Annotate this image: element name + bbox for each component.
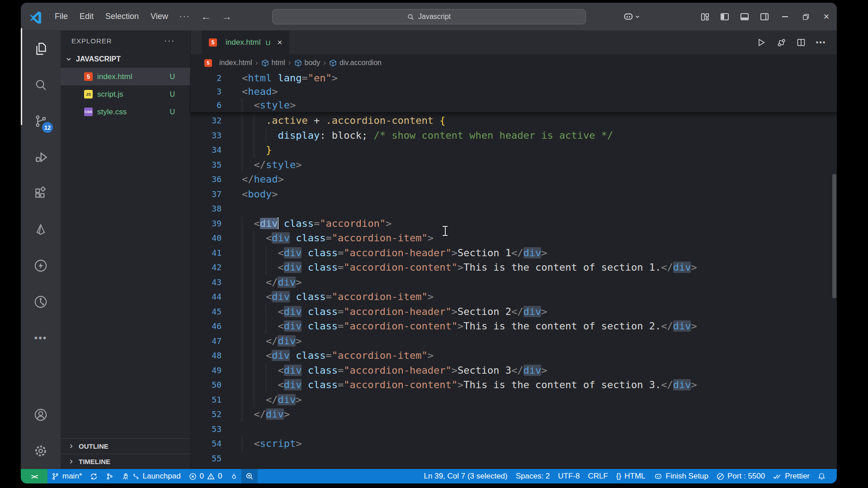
code-line-53[interactable]: 53 xyxy=(191,422,837,437)
code-line-36[interactable]: 36</head> xyxy=(191,172,837,187)
file-row-script-js[interactable]: JS script.js U xyxy=(61,85,190,103)
run-file-icon[interactable] xyxy=(754,35,769,50)
indentation-status[interactable]: Spaces: 2 xyxy=(512,469,554,483)
language-mode-status[interactable]: {} HTML xyxy=(612,469,650,483)
prettier-status[interactable]: Prettier xyxy=(769,469,814,483)
activity-bar: 12 xyxy=(21,31,61,469)
code-line-42[interactable]: 42 <div class="accordion-content">This i… xyxy=(191,260,837,275)
search-sidebar-icon[interactable] xyxy=(21,67,61,103)
line-number: 32 xyxy=(191,113,222,128)
tab-close-icon[interactable]: × xyxy=(277,38,282,47)
toggle-secondary-sidebar-icon[interactable] xyxy=(755,3,774,31)
menu-view[interactable]: View xyxy=(145,9,174,24)
editor-scrollbar[interactable] xyxy=(832,174,836,298)
notifications-bell-icon[interactable] xyxy=(814,469,830,483)
code-line-54[interactable]: 54 <script> xyxy=(191,436,837,451)
extensions-icon[interactable] xyxy=(21,175,61,211)
code-line-35[interactable]: 35 </style> xyxy=(191,158,837,173)
settings-gear-icon[interactable] xyxy=(21,433,61,469)
toggle-panel-icon[interactable] xyxy=(735,3,755,31)
code-line-47[interactable]: 47 </div> xyxy=(191,334,837,349)
code-line-37[interactable]: 37<body> xyxy=(191,187,837,202)
code-line-40[interactable]: 40 <div class="accordion-item"> xyxy=(191,231,837,246)
source-control-icon[interactable]: 12 xyxy=(21,103,61,139)
code-line-51[interactable]: 51 </div> xyxy=(191,393,837,408)
code-line-48[interactable]: 48 <div class="accordion-item"> xyxy=(191,348,837,363)
customize-layout-icon[interactable] xyxy=(695,3,715,31)
encoding-status[interactable]: UTF-8 xyxy=(554,469,584,483)
split-editor-icon[interactable] xyxy=(793,35,809,50)
outline-panel-header[interactable]: OUTLINE xyxy=(61,438,190,454)
editor-more-actions-icon[interactable]: ••• xyxy=(813,35,829,50)
port-indicator-icon[interactable] xyxy=(226,469,241,483)
copilot-setup-status[interactable]: Finish Setup xyxy=(650,469,713,483)
code-line-50[interactable]: 50 <div class="accordion-content">This i… xyxy=(191,378,837,393)
code-line-46[interactable]: 46 <div class="accordion-content">This i… xyxy=(191,319,837,334)
sync-changes-button[interactable] xyxy=(86,469,102,483)
sticky-line-6[interactable]: 6 <style> xyxy=(191,99,837,112)
git-graph-button[interactable] xyxy=(102,469,118,483)
code-line-43[interactable]: 43 </div> xyxy=(191,275,837,290)
search-icon xyxy=(407,13,415,21)
explorer-icon[interactable] xyxy=(21,31,61,67)
zoom-in-icon xyxy=(245,472,254,480)
line-number: 41 xyxy=(191,246,222,261)
code-line-38[interactable]: 38 xyxy=(191,202,837,216)
command-center-search[interactable]: Javascript xyxy=(272,9,586,24)
chevron-down-icon xyxy=(634,14,641,20)
code-line-32[interactable]: 32 .active + .accordion-content { xyxy=(191,113,837,128)
problems-status[interactable]: 0 0 xyxy=(185,469,226,483)
timeline-panel-header[interactable]: TIMELINE xyxy=(61,454,190,469)
code-line-33[interactable]: 33 display: block; /* show content when … xyxy=(191,128,837,143)
code-line-55[interactable]: 55 xyxy=(191,451,837,466)
breadcrumb-separator: › xyxy=(288,58,291,67)
toggle-primary-sidebar-icon[interactable] xyxy=(715,3,735,31)
breadcrumb-div-accordion[interactable]: div.accordion xyxy=(329,59,382,67)
open-changes-icon[interactable] xyxy=(774,35,789,50)
additional-views-icon[interactable]: ••• xyxy=(21,320,61,356)
remote-indicator[interactable]: >< xyxy=(21,469,47,483)
menu-edit[interactable]: Edit xyxy=(74,9,99,24)
menu-file[interactable]: File xyxy=(49,9,74,24)
eol-status[interactable]: CRLF xyxy=(584,469,612,483)
minimize-button[interactable] xyxy=(774,3,795,31)
code-line-49[interactable]: 49 <div class="accordion-header">Section… xyxy=(191,363,837,378)
line-content: </div> xyxy=(242,393,302,408)
menu-more-button[interactable]: ··· xyxy=(174,9,196,24)
tab-git-badge: U xyxy=(265,39,270,47)
thunder-client-icon[interactable] xyxy=(21,248,61,284)
code-line-52[interactable]: 52 </div> xyxy=(191,407,837,422)
copilot-menu[interactable] xyxy=(623,12,641,22)
launchpad-button[interactable]: Launchpad xyxy=(118,469,184,483)
breadcrumb-html[interactable]: html xyxy=(261,59,285,67)
run-debug-icon[interactable] xyxy=(21,139,61,175)
sticky-line-2[interactable]: 2<html lang="en"> xyxy=(191,71,837,85)
live-server-port-status[interactable]: Port : 5500 xyxy=(712,469,769,483)
close-button[interactable]: × xyxy=(816,3,837,31)
zoom-status-button[interactable] xyxy=(241,469,258,483)
code-line-34[interactable]: 34 } xyxy=(191,143,837,158)
code-line-44[interactable]: 44 <div class="accordion-item"> xyxy=(191,290,837,305)
back-icon[interactable]: ← xyxy=(196,11,217,23)
tab-index-html[interactable]: 5 index.html U × xyxy=(202,31,289,54)
code-editor[interactable]: 32 .active + .accordion-content {33 disp… xyxy=(191,113,837,466)
file-row-style-css[interactable]: CSS style.css U xyxy=(61,103,190,121)
file-row-index-html[interactable]: 5 index.html U xyxy=(61,68,190,85)
cursor-position-status[interactable]: Ln 39, Col 7 (3 selected) xyxy=(420,469,511,483)
restore-button[interactable] xyxy=(795,3,816,31)
prism-extension-icon[interactable] xyxy=(21,211,61,248)
menu-selection[interactable]: Selection xyxy=(99,9,145,24)
line-content: .active + .accordion-content { xyxy=(242,113,445,128)
code-line-45[interactable]: 45 <div class="accordion-header">Section… xyxy=(191,305,837,319)
git-branch-status[interactable]: main* xyxy=(47,469,86,483)
code-line-39[interactable]: 39 <div class="accordion"> xyxy=(191,216,837,231)
forward-icon[interactable]: → xyxy=(217,11,237,23)
sticky-line-3[interactable]: 3<head> xyxy=(191,85,837,99)
breadcrumb-body[interactable]: body xyxy=(294,59,321,67)
explorer-actions-button[interactable]: ··· xyxy=(164,36,175,46)
folder-javascript[interactable]: JAVASCRIPT xyxy=(61,51,190,68)
live-share-icon[interactable] xyxy=(21,284,61,320)
breadcrumb-file[interactable]: 5 index.html xyxy=(204,59,252,67)
accounts-icon[interactable] xyxy=(21,397,61,433)
code-line-41[interactable]: 41 <div class="accordion-header">Section… xyxy=(191,246,837,261)
